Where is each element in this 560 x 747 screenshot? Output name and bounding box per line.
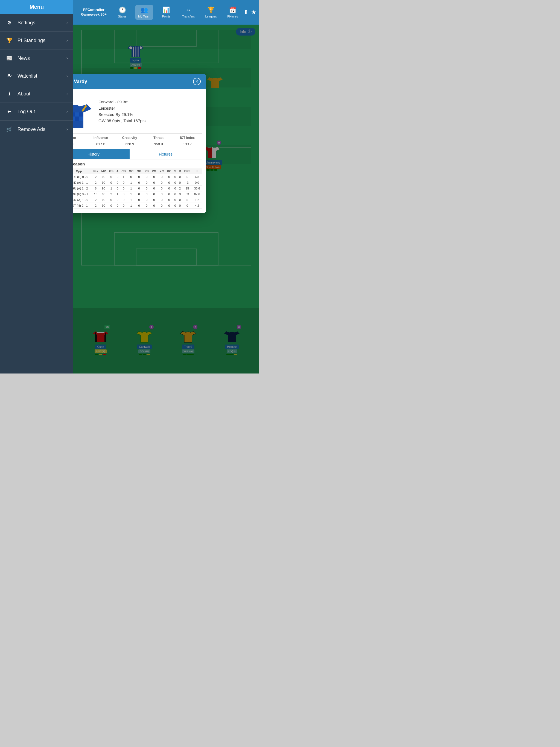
cell-ps: 0 xyxy=(143,180,150,186)
watchlist-icon: 👁 xyxy=(5,72,13,80)
history-table-row: 5MUN (A) 1 - 02900001000000051.2 xyxy=(73,197,202,203)
cell-a: 0 xyxy=(115,203,120,209)
cell-pts: 2 xyxy=(92,197,100,203)
cell-rc: 0 xyxy=(166,174,173,180)
cell-gs: 0 xyxy=(107,180,115,186)
col-pm: PM xyxy=(150,169,158,174)
col-s: S xyxy=(173,169,177,174)
upload-icon[interactable]: ⬆ xyxy=(244,9,248,16)
cell-cs: 0 xyxy=(120,203,127,209)
history-table-header-row: GW Opp Pts MP GS A CS GC OG PS xyxy=(73,169,202,174)
nav-status[interactable]: 🕐 Status xyxy=(114,5,130,20)
pi-standings-chevron: › xyxy=(67,38,68,43)
col-og: OG xyxy=(135,169,143,174)
cell-pts: 16 xyxy=(92,191,100,197)
cell-yc: 0 xyxy=(158,174,166,180)
star-icon[interactable]: ★ xyxy=(251,9,256,16)
history-table: GW Opp Pts MP GS A CS GC OG PS xyxy=(73,169,202,209)
vardy-modal-shirt xyxy=(73,94,92,129)
col-gs: GS xyxy=(107,169,115,174)
creativity-header: Creativity xyxy=(115,136,144,140)
season-label: This Season xyxy=(73,159,202,169)
watchlist-chevron: › xyxy=(67,74,68,78)
player-info-section: Forward - £9.3m Leicester Selected By 29… xyxy=(73,94,202,129)
svg-rect-22 xyxy=(75,112,79,117)
history-tab[interactable]: History xyxy=(73,149,130,159)
cell-bps: 5 xyxy=(182,174,192,180)
cell-rc: 0 xyxy=(166,180,173,186)
modal-close-button[interactable]: × xyxy=(193,78,201,85)
about-chevron: › xyxy=(67,91,68,96)
fixtures-tab[interactable]: Fixtures xyxy=(130,149,202,159)
sidebar-item-pi-standings[interactable]: 🏆 PI Standings › xyxy=(0,32,73,50)
sidebar-item-news[interactable]: 📰 News › xyxy=(0,50,73,67)
threat-header: Threat xyxy=(144,136,173,140)
remove-ads-chevron: › xyxy=(67,127,68,132)
cell-a: 0 xyxy=(115,180,120,186)
cell-bps: 63 xyxy=(182,191,192,197)
svg-rect-23 xyxy=(79,112,83,117)
cell-pm: 0 xyxy=(150,180,158,186)
nav-right-controls: ⬆ ★ xyxy=(244,9,256,16)
cell-i: 33.6 xyxy=(192,186,202,191)
cell-mp: 90 xyxy=(100,180,107,186)
cell-rc: 0 xyxy=(166,186,173,191)
cell-mp: 90 xyxy=(100,186,107,191)
cell-yc: 0 xyxy=(158,186,166,191)
cell-b: 0 xyxy=(177,180,182,186)
nav-fixtures[interactable]: 📅 Fixtures xyxy=(225,5,241,20)
cell-b: 0 xyxy=(177,197,182,203)
player-shirt-display xyxy=(73,94,93,129)
cell-pm: 0 xyxy=(150,174,158,180)
cell-yc: 0 xyxy=(158,197,166,203)
ict-header: ICT Index xyxy=(173,136,202,140)
cell-pts: 2 xyxy=(92,180,100,186)
col-rc: RC xyxy=(166,169,173,174)
cell-pts: 2 xyxy=(92,174,100,180)
sidebar-item-settings[interactable]: ⚙ Settings › xyxy=(0,14,73,32)
sidebar-item-remove-ads[interactable]: 🛒 Remove Ads › xyxy=(0,121,73,138)
influence-value: 817.6 xyxy=(86,142,116,146)
history-section[interactable]: This Season GW Opp Pts MP GS A xyxy=(73,159,202,209)
cell-ps: 0 xyxy=(143,191,150,197)
nav-leagues[interactable]: 🏆 Leagues xyxy=(202,5,219,20)
cell-yc: 0 xyxy=(158,203,166,209)
cell-a: 0 xyxy=(115,174,120,180)
cell-pts: 8 xyxy=(92,186,100,191)
cell-a: 0 xyxy=(115,197,120,203)
my-team-icon: 👥 xyxy=(141,6,148,14)
news-label: News xyxy=(18,55,67,61)
cell-rc: 0 xyxy=(166,203,173,209)
app-title: FFController Gameweek 30+ xyxy=(76,8,111,17)
nav-transfers[interactable]: ↔ Transfers xyxy=(179,5,198,20)
my-team-label: My Team xyxy=(138,15,150,18)
threat-value: 958.0 xyxy=(144,142,173,146)
points-label: Points xyxy=(162,15,171,18)
cell-cs: 0 xyxy=(120,197,127,203)
svg-rect-26 xyxy=(75,117,79,121)
nav-my-team[interactable]: 👥 My Team xyxy=(135,5,153,20)
stats-values: 0.0 817.6 228.9 958.0 199.7 xyxy=(73,141,202,149)
player-modal: Jamie Vardy × xyxy=(73,74,206,213)
sidebar-item-watchlist[interactable]: 👁 Watchlist › xyxy=(0,67,73,85)
cell-i: 87.6 xyxy=(192,191,202,197)
cell-opp: BOU (H) 3 - 1 xyxy=(73,191,92,197)
logout-icon: ⬅ xyxy=(5,108,13,115)
col-i: I xyxy=(192,169,202,174)
cell-s: 0 xyxy=(173,197,177,203)
cell-og: 0 xyxy=(135,180,143,186)
sidebar-item-logout[interactable]: ⬅ Log Out › xyxy=(0,103,73,121)
sidebar-item-about[interactable]: ℹ About › xyxy=(0,85,73,103)
nav-points[interactable]: 📊 Points xyxy=(158,5,175,20)
logout-label: Log Out xyxy=(18,109,67,114)
cell-opp: CHE (A) 1 - 1 xyxy=(73,180,92,186)
col-opp: Opp xyxy=(73,169,92,174)
cell-opp: MUN (A) 1 - 0 xyxy=(73,197,92,203)
settings-icon: ⚙ xyxy=(5,19,13,27)
cell-gc: 1 xyxy=(127,197,135,203)
about-label: About xyxy=(18,91,67,97)
cell-mp: 90 xyxy=(100,191,107,197)
form-value: 0.0 xyxy=(73,142,86,146)
cell-a: 1 xyxy=(115,191,120,197)
cell-og: 0 xyxy=(135,186,143,191)
